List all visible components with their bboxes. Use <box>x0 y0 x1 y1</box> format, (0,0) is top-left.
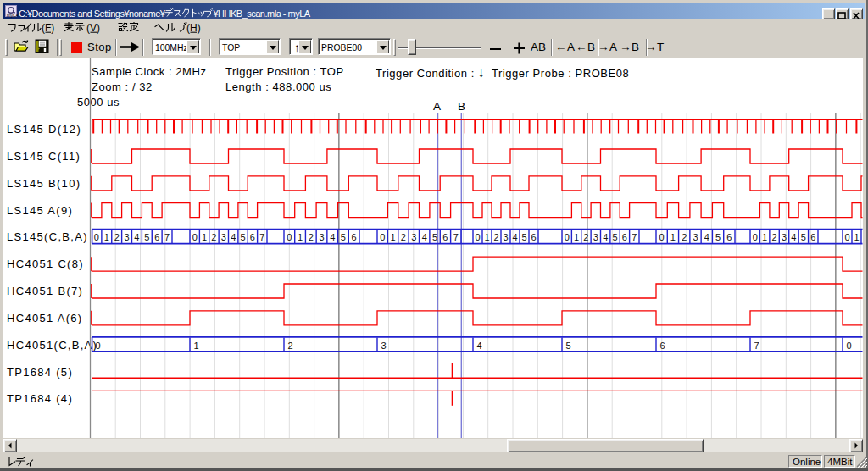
svg-text:6: 6 <box>810 232 815 242</box>
svg-text:4: 4 <box>512 232 517 242</box>
svg-text:1: 1 <box>298 232 303 242</box>
svg-text:4: 4 <box>330 232 335 242</box>
svg-text:3: 3 <box>319 232 324 242</box>
svg-text:5: 5 <box>715 232 721 242</box>
svg-text:1: 1 <box>391 232 396 242</box>
svg-text:0: 0 <box>192 232 198 242</box>
svg-text:1: 1 <box>484 232 489 242</box>
svg-text:3: 3 <box>503 232 508 242</box>
svg-text:6: 6 <box>531 232 536 242</box>
svg-text:5: 5 <box>432 232 437 242</box>
svg-text:3: 3 <box>693 232 698 242</box>
svg-text:2: 2 <box>493 232 498 242</box>
svg-text:1: 1 <box>574 232 579 242</box>
svg-text:0: 0 <box>96 341 101 351</box>
svg-text:2: 2 <box>583 232 588 242</box>
svg-text:3: 3 <box>221 232 226 242</box>
svg-text:5: 5 <box>613 232 618 242</box>
svg-text:0: 0 <box>844 232 849 242</box>
svg-text:7: 7 <box>164 232 170 242</box>
svg-text:0: 0 <box>94 232 99 242</box>
svg-text:2: 2 <box>288 341 293 351</box>
svg-text:0: 0 <box>565 232 570 242</box>
svg-text:5: 5 <box>566 341 571 351</box>
svg-text:2: 2 <box>309 232 314 242</box>
svg-text:7: 7 <box>259 232 264 242</box>
svg-text:6: 6 <box>660 341 665 351</box>
svg-text:3: 3 <box>411 232 416 242</box>
svg-text:5: 5 <box>521 232 526 242</box>
svg-text:4: 4 <box>791 232 796 242</box>
svg-text:6: 6 <box>352 232 357 242</box>
svg-text:2: 2 <box>211 232 216 242</box>
svg-text:0: 0 <box>287 232 292 242</box>
svg-text:1: 1 <box>194 341 199 351</box>
svg-text:4: 4 <box>477 341 482 351</box>
svg-text:6: 6 <box>250 232 255 242</box>
svg-text:7: 7 <box>632 232 637 242</box>
svg-text:5: 5 <box>241 232 246 242</box>
svg-text:4: 4 <box>231 232 236 242</box>
svg-text:5: 5 <box>144 232 149 242</box>
svg-text:4: 4 <box>603 232 608 242</box>
svg-text:3: 3 <box>593 232 598 242</box>
svg-text:6: 6 <box>154 232 159 242</box>
svg-text:0: 0 <box>753 232 758 242</box>
svg-text:2: 2 <box>401 232 406 242</box>
svg-text:0: 0 <box>659 232 665 242</box>
svg-text:3: 3 <box>125 232 130 242</box>
svg-text:2: 2 <box>682 232 687 242</box>
svg-text:4: 4 <box>704 232 709 242</box>
svg-text:1: 1 <box>854 232 859 242</box>
svg-text:4: 4 <box>422 232 427 242</box>
svg-text:7: 7 <box>754 341 760 351</box>
svg-text:0: 0 <box>380 232 385 242</box>
svg-text:1: 1 <box>104 232 109 242</box>
svg-text:7: 7 <box>453 232 459 242</box>
svg-text:6: 6 <box>622 232 627 242</box>
svg-text:3: 3 <box>381 341 387 351</box>
svg-text:5: 5 <box>801 232 806 242</box>
svg-text:1: 1 <box>762 232 767 242</box>
svg-text:1: 1 <box>670 232 676 242</box>
svg-text:3: 3 <box>782 232 787 242</box>
svg-text:0: 0 <box>475 232 480 242</box>
svg-text:0: 0 <box>847 341 852 351</box>
svg-text:6: 6 <box>726 232 732 242</box>
svg-text:5: 5 <box>341 232 346 242</box>
svg-text:2: 2 <box>772 232 777 242</box>
svg-text:4: 4 <box>134 232 139 242</box>
svg-text:1: 1 <box>202 232 207 242</box>
svg-text:6: 6 <box>442 232 448 242</box>
svg-text:2: 2 <box>114 232 120 242</box>
